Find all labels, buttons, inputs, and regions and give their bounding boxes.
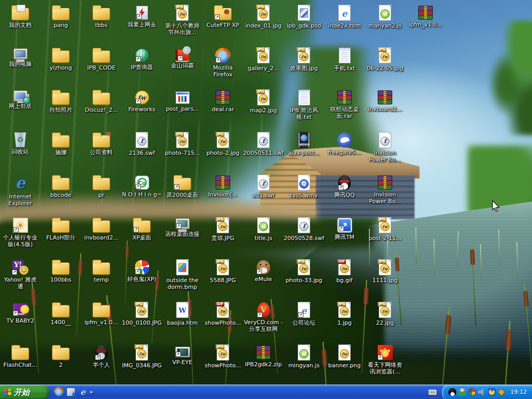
desktop-icon[interactable]: deal.rar	[203, 89, 243, 113]
desktop-icon[interactable]: 联想动态桌 面.rar	[324, 89, 365, 119]
desktop-icon[interactable]: IPB2gdk2.zip	[243, 344, 284, 368]
desktop-icon[interactable]: JPG第十八个教师 节外出旅...	[162, 4, 203, 36]
tray-emule-icon[interactable]	[498, 388, 506, 396]
tray-contact-icon[interactable]	[458, 388, 466, 396]
desktop-icon[interactable]: title.js	[243, 217, 284, 242]
desktop-icon[interactable]: Invision Power Bo...	[365, 131, 405, 163]
language-keyboard-icon[interactable]	[428, 389, 437, 395]
taskbar-clock[interactable]: 19:12	[510, 385, 527, 399]
desktop-icon[interactable]: JPGgallery_2...	[243, 47, 284, 72]
desktop-icon[interactable]: 公司资料	[81, 131, 122, 156]
desktop-icon[interactable]: outside the dorm.bmp	[162, 259, 203, 290]
desktop-icon[interactable]: GIFshowPhoto...	[203, 301, 243, 326]
desktop-icon[interactable]: mingyan.js	[284, 344, 324, 369]
desktop-icon[interactable]: ↗Mozilla Firefox	[203, 47, 243, 78]
tray-qq-icon[interactable]	[448, 388, 456, 396]
desktop-icon[interactable]: baojia.htm	[162, 301, 203, 326]
desktop-icon[interactable]: invboard2...	[365, 89, 405, 113]
desktop-icon[interactable]: post_pars...	[162, 89, 203, 112]
desktop-icon[interactable]: ↗我要上网去	[122, 4, 162, 28]
desktop-icon[interactable]: Internet Explorer	[0, 174, 41, 207]
desktop-icon[interactable]: 手机.txt	[324, 47, 365, 72]
quick-launch-show-desktop-icon[interactable]	[66, 388, 75, 396]
tray-pacman-icon[interactable]	[488, 388, 496, 396]
desktop-icon[interactable]: JPG100_0100.JPG	[122, 301, 162, 326]
desktop-icon[interactable]: 回收站	[0, 131, 41, 155]
desktop-icon[interactable]: FlashChat...	[0, 344, 41, 368]
desktop-icon[interactable]: banner.png	[324, 344, 365, 369]
desktop-icon[interactable]: temp	[81, 259, 122, 283]
desktop-icon[interactable]: ↗XP桌面	[122, 217, 162, 241]
desktop-icon[interactable]: pang	[41, 4, 81, 29]
desktop-icon[interactable]: ↗VeryCD.com - 分享互联网	[243, 301, 284, 332]
desktop-icon[interactable]: ↗eMule	[243, 259, 284, 283]
desktop-icon[interactable]: JPG1.jpg	[324, 301, 365, 326]
desktop-icon[interactable]: ↗半个人	[81, 344, 122, 368]
desktop-icon[interactable]: ↗金山词霸	[162, 47, 203, 69]
desktop-icon[interactable]: ↗Fireworks	[122, 89, 162, 113]
desktop-icon[interactable]: inde2x.htm	[324, 4, 365, 29]
desktop-icon[interactable]: freegate5...	[324, 131, 365, 156]
desktop-icon[interactable]: invboard2...	[81, 217, 122, 241]
desktop-icon[interactable]: GIFbg.gif	[324, 259, 365, 284]
desktop-icon[interactable]: ↗好色鬼(XP)	[122, 259, 162, 283]
desktop-icon[interactable]: JPG贵琼.JPG	[203, 217, 243, 242]
desktop-icon[interactable]: ↗腾讯QQ	[324, 174, 365, 198]
desktop-icon[interactable]: ipfm_v1.0...	[81, 301, 122, 326]
quick-launch-firefox-icon[interactable]	[55, 388, 63, 396]
desktop-icon[interactable]: Invision[...	[203, 174, 243, 198]
desktop-icon[interactable]: 我的文档	[0, 4, 41, 29]
desktop-icon[interactable]: Discuz!_2...	[81, 89, 122, 113]
desktop-icon[interactable]: JPG5588.JPG	[203, 259, 243, 284]
desktop-icon[interactable]: ↗看天下网络资 讯浏览器(...	[365, 344, 405, 375]
desktop-icon[interactable]: manyan2.js	[365, 4, 405, 29]
desktop-icon[interactable]: ↗TV BABY2	[0, 301, 41, 324]
desktop-icon[interactable]: ↗远程桌面连接	[162, 217, 203, 237]
desktop-icon[interactable]: 20050528.swf	[284, 217, 324, 242]
desktop-icon[interactable]: 自拍照片	[41, 89, 81, 113]
desktop-icon[interactable]: ipfm_v1.0...	[405, 4, 446, 28]
desktop-icon[interactable]: ↗N O t H i n g~	[122, 174, 162, 198]
desktop-icon[interactable]: ↗Yahoo! 雅虎 通	[0, 259, 41, 290]
tray-volume-icon[interactable]	[478, 388, 486, 396]
desktop-icon[interactable]: FLAsH部分	[41, 217, 81, 241]
desktop-icon[interactable]: 20050511.swf	[243, 131, 284, 156]
start-button[interactable]: 开始	[0, 385, 49, 399]
desktop-icon[interactable]: bbcode	[41, 174, 81, 198]
desktop-icon[interactable]: tvs5.wmv	[284, 174, 324, 199]
desktop-icon[interactable]: Invision Power Bo...	[365, 174, 405, 205]
desktop-icon[interactable]: ↗公司论坛	[284, 301, 324, 326]
desktop-icon[interactable]: JPGphoto-2.jpg	[203, 131, 243, 156]
desktop-icon[interactable]: JPG22.jpg	[365, 301, 405, 326]
desktop-icon[interactable]: JPG1111.jpg	[365, 259, 405, 284]
desktop-icon[interactable]: JPGshowPhoto...	[203, 344, 243, 369]
desktop-icon[interactable]: ↗原2000桌面	[162, 174, 203, 198]
desktop-icon[interactable]: IPB 简洁风 格.txt	[284, 89, 324, 121]
desktop-icon[interactable]: 网上邻居	[0, 89, 41, 110]
tray-ball-icon[interactable]	[468, 388, 476, 396]
desktop-icon[interactable]: JPG效果图.jpg	[284, 47, 324, 72]
desktop-icon[interactable]: JPGphoto-715...	[162, 131, 203, 156]
desktop-icon[interactable]: 施娜	[41, 131, 81, 156]
quick-launch-overflow-button[interactable]: »	[89, 385, 93, 399]
desktop-icon[interactable]: IPB_CODE	[81, 47, 122, 71]
quick-launch-ie-icon[interactable]	[78, 388, 87, 396]
desktop-icon[interactable]: JPGindex_01.jpg	[243, 4, 284, 29]
desktop-icon[interactable]: 2136.swf	[122, 131, 162, 156]
desktop-icon[interactable]: 我的电脑	[0, 47, 41, 68]
desktop-icon[interactable]: a31.swf	[243, 174, 284, 199]
desktop-icon[interactable]: ↗IP查询器	[122, 47, 162, 71]
desktop-icon[interactable]: ↗CuteFTP XP	[203, 4, 243, 29]
desktop-icon[interactable]: ↗VP-EYE	[162, 344, 203, 366]
desktop-icon[interactable]: JPGphoto-33.jpg	[284, 259, 324, 284]
desktop[interactable]: 我的文档pangtbbs↗我要上网去JPG第十八个教师 节外出旅...↗Cute…	[0, 0, 532, 399]
desktop-icon[interactable]: JPGmap2.jpg	[243, 89, 284, 114]
desktop-icon[interactable]: JPGIMG_0346.JPG	[122, 344, 162, 369]
desktop-icon[interactable]: 1400__	[41, 301, 81, 326]
desktop-icon[interactable]: pr	[81, 174, 122, 198]
desktop-icon[interactable]: ↗腾讯TM	[324, 217, 365, 241]
desktop-icon[interactable]: ↗个人银行专业 版(4.5版)	[0, 217, 41, 248]
desktop-icon[interactable]: 100bbs	[41, 259, 81, 283]
desktop-icon[interactable]: 2	[41, 344, 81, 368]
desktop-icon[interactable]: ipb_gdk.psd	[284, 4, 324, 29]
